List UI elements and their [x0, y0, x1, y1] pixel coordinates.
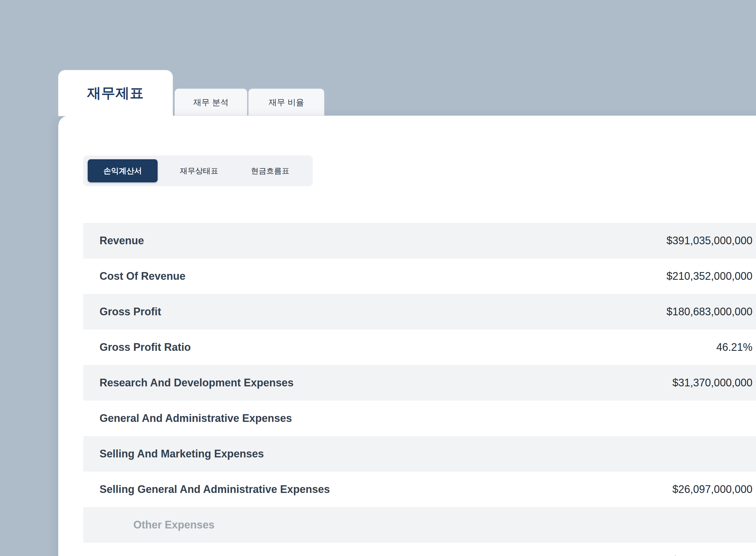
table-row-general-admin-expenses: General And Administrative Expenses: [83, 401, 756, 436]
tab-financial-ratios-label: 재무 비율: [269, 97, 304, 108]
table-row-gross-profit-ratio: Gross Profit Ratio 46.21%: [83, 329, 756, 365]
row-label: Operating Expenses: [100, 554, 203, 556]
row-value: $391,035,000,000: [666, 235, 752, 247]
table-row-cost-of-revenue: Cost Of Revenue $210,352,000,000: [83, 258, 756, 294]
row-label: Gross Profit: [100, 306, 161, 318]
tab-financial-statements[interactable]: 재무제표: [58, 70, 173, 116]
table-row-selling-marketing-expenses: Selling And Marketing Expenses: [83, 436, 756, 472]
tab-financial-ratios[interactable]: 재무 비율: [248, 89, 324, 116]
table-row-other-expenses: Other Expenses: [83, 507, 756, 543]
row-label: Selling And Marketing Expenses: [100, 448, 264, 460]
row-label: Selling General And Administrative Expen…: [100, 483, 330, 496]
row-value: $180,683,000,000: [666, 306, 752, 318]
row-label: Research And Development Expenses: [100, 377, 294, 389]
row-label: General And Administrative Expenses: [100, 412, 292, 424]
row-label: Other Expenses: [133, 519, 215, 531]
row-value: $57,467,000,000: [672, 554, 752, 556]
row-label: Cost Of Revenue: [100, 270, 186, 282]
table-row-revenue: Revenue $391,035,000,000: [83, 223, 756, 258]
table-row-operating-expenses: Operating Expenses $57,467,000,000: [83, 543, 756, 556]
tab-income-statement[interactable]: 손익계산서: [88, 159, 158, 182]
row-label: Revenue: [100, 235, 144, 247]
row-value: $26,097,000,000: [672, 483, 752, 496]
tab-financial-statements-label: 재무제표: [87, 84, 144, 102]
tab-financial-analysis-label: 재무 분석: [193, 97, 229, 108]
row-label: Gross Profit Ratio: [100, 341, 191, 353]
financial-statements-panel: 손익계산서 재무상태표 현금흐름표 Revenue $391,035,000,0…: [58, 115, 756, 556]
table-row-rnd-expenses: Research And Development Expenses $31,37…: [83, 365, 756, 401]
row-value: $210,352,000,000: [666, 270, 752, 282]
tab-cash-flow-statement[interactable]: 현금흐름표: [240, 159, 300, 182]
tab-balance-sheet[interactable]: 재무상태표: [169, 159, 229, 182]
statement-type-switcher: 손익계산서 재무상태표 현금흐름표: [83, 155, 313, 186]
income-statement-table: Revenue $391,035,000,000 Cost Of Revenue…: [83, 223, 756, 556]
table-row-gross-profit: Gross Profit $180,683,000,000: [83, 294, 756, 329]
table-row-sgna-expenses: Selling General And Administrative Expen…: [83, 472, 756, 507]
row-value: $31,370,000,000: [672, 377, 752, 389]
tab-financial-analysis[interactable]: 재무 분석: [174, 89, 248, 116]
row-value: 46.21%: [716, 341, 752, 353]
